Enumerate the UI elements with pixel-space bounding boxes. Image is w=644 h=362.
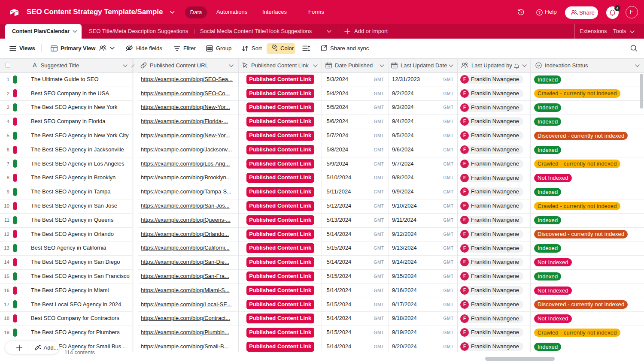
svg-text:?: ? [538, 10, 541, 15]
svg-text:31: 31 [393, 65, 396, 67]
svg-text:31: 31 [327, 65, 330, 67]
